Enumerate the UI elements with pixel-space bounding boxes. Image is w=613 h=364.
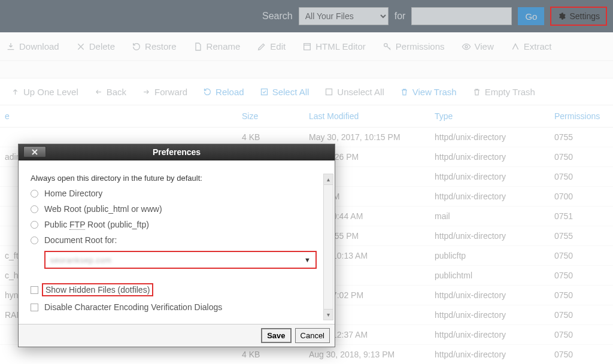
reload-button[interactable]: Reload bbox=[203, 87, 244, 97]
cell-type: httpd/unix-directory bbox=[430, 286, 550, 305]
cell-permissions: 0750 bbox=[550, 305, 613, 325]
search-scope-select[interactable]: All Your Files bbox=[299, 7, 389, 25]
cell-type: httpd/unix-directory bbox=[430, 305, 550, 325]
radio-webroot[interactable]: Web Root (public_html or www) bbox=[31, 204, 323, 214]
up-one-level-button[interactable]: Up One Level bbox=[11, 87, 78, 97]
edit-button[interactable]: Edit bbox=[257, 41, 286, 51]
check-disable-enc[interactable]: Disable Character Encoding Verification … bbox=[31, 302, 323, 312]
docroot-value: seoranksep.com bbox=[50, 256, 111, 265]
dialog-title: Preferences bbox=[153, 147, 201, 157]
forward-button[interactable]: Forward bbox=[142, 87, 187, 97]
search-label: Search bbox=[262, 11, 293, 22]
cell-permissions: 0700 bbox=[550, 187, 613, 207]
show-hidden-label: Show Hidden Files (dotfiles) bbox=[42, 283, 153, 296]
radio-icon bbox=[31, 205, 38, 213]
cell-permissions: 0755 bbox=[550, 128, 613, 147]
gear-icon bbox=[557, 12, 566, 20]
topbar: Search All Your Files for Go Settings bbox=[0, 0, 613, 32]
up-arrow-icon bbox=[11, 87, 20, 96]
back-arrow-icon bbox=[94, 87, 103, 96]
svg-rect-3 bbox=[326, 89, 332, 95]
unselect-all-button[interactable]: Unselect All bbox=[324, 87, 384, 97]
cell-type: publicftp bbox=[430, 246, 550, 266]
html-icon bbox=[302, 42, 312, 51]
dialog-close-button[interactable] bbox=[23, 146, 46, 157]
cell-permissions: 0750 bbox=[550, 286, 613, 305]
cell-permissions: 0750 bbox=[550, 147, 613, 167]
cell-type: httpd/unix-directory bbox=[430, 167, 550, 187]
key-icon bbox=[383, 42, 392, 51]
cell-modified: Aug 30, 2018, 9:13 PM bbox=[304, 345, 430, 365]
check-show-hidden[interactable]: Show Hidden Files (dotfiles) bbox=[31, 283, 323, 296]
cell-type: httpd/unix-directory bbox=[430, 187, 550, 207]
cell-permissions: 0751 bbox=[550, 207, 613, 226]
settings-label: Settings bbox=[569, 11, 600, 21]
col-type[interactable]: Type bbox=[430, 105, 550, 128]
search-input[interactable] bbox=[411, 7, 512, 25]
cell-permissions: 0750 bbox=[550, 167, 613, 187]
radio-icon bbox=[31, 236, 38, 244]
table-header-row: e Size Last Modified Type Permissions bbox=[0, 105, 613, 128]
empty-trash-button[interactable]: Empty Trash bbox=[472, 87, 535, 97]
preferences-dialog: Preferences ▴ ▾ Always open this directo… bbox=[18, 144, 335, 347]
save-button[interactable]: Save bbox=[261, 328, 291, 343]
close-icon bbox=[31, 148, 38, 156]
cell-permissions: 0750 bbox=[550, 246, 613, 266]
cell-type: httpd/unix-directory bbox=[430, 345, 550, 365]
table-row[interactable]: 4 KBAug 30, 2018, 9:13 PMhttpd/unix-dire… bbox=[0, 345, 613, 365]
download-button[interactable]: Download bbox=[6, 41, 59, 51]
radio-icon bbox=[31, 190, 38, 198]
square-icon bbox=[324, 87, 333, 96]
file-icon bbox=[193, 42, 203, 51]
cell-type: httpd/unix-directory bbox=[430, 147, 550, 167]
cell-name bbox=[0, 345, 237, 365]
radio-publicftp[interactable]: Public FTP Root (public_ftp) bbox=[31, 220, 323, 229]
col-modified[interactable]: Last Modified bbox=[304, 105, 430, 128]
svg-rect-2 bbox=[261, 89, 267, 95]
eye-icon bbox=[462, 42, 471, 51]
dialog-scrollbar[interactable]: ▴ ▾ bbox=[323, 174, 333, 320]
radio-docroot[interactable]: Document Root for: bbox=[31, 235, 323, 245]
cell-permissions: 0755 bbox=[550, 226, 613, 246]
docroot-select[interactable]: seoranksep.com ▼ bbox=[44, 251, 317, 269]
extract-icon bbox=[511, 42, 520, 51]
cancel-button[interactable]: Cancel bbox=[295, 328, 330, 343]
permissions-button[interactable]: Permissions bbox=[383, 41, 445, 51]
toolbar-actions: Download Delete Restore Rename Edit HTML… bbox=[0, 32, 613, 61]
restore-button[interactable]: Restore bbox=[132, 41, 177, 51]
restore-icon bbox=[132, 42, 141, 51]
back-button[interactable]: Back bbox=[94, 87, 126, 97]
col-name[interactable]: e bbox=[0, 105, 237, 128]
pref-intro: Always open this directory in the future… bbox=[31, 174, 323, 183]
cell-permissions: 0750 bbox=[550, 266, 613, 286]
delete-button[interactable]: Delete bbox=[76, 41, 115, 51]
scroll-up-icon[interactable]: ▴ bbox=[324, 174, 333, 185]
disable-enc-label: Disable Character Encoding Verification … bbox=[44, 302, 222, 312]
for-label: for bbox=[394, 11, 406, 22]
download-icon bbox=[6, 42, 16, 51]
dialog-buttons: Save Cancel bbox=[19, 324, 335, 347]
dialog-body: ▴ ▾ Always open this directory in the fu… bbox=[19, 160, 335, 324]
cell-type: httpd/unix-directory bbox=[430, 128, 550, 147]
cell-type: publichtml bbox=[430, 266, 550, 286]
view-button[interactable]: View bbox=[462, 41, 494, 51]
cell-permissions: 0750 bbox=[550, 345, 613, 365]
select-all-button[interactable]: Select All bbox=[260, 87, 309, 97]
col-permissions[interactable]: Permissions bbox=[550, 105, 613, 128]
scroll-down-icon[interactable]: ▾ bbox=[324, 309, 333, 320]
col-size[interactable]: Size bbox=[237, 105, 304, 128]
cell-size: 4 KB bbox=[237, 345, 304, 365]
extract-button[interactable]: Extract bbox=[511, 41, 552, 51]
check-square-icon bbox=[260, 87, 269, 96]
svg-point-0 bbox=[384, 43, 387, 46]
go-button[interactable]: Go bbox=[518, 7, 544, 25]
reload-icon bbox=[203, 87, 212, 96]
settings-button[interactable]: Settings bbox=[550, 7, 607, 26]
html-editor-button[interactable]: HTML Editor bbox=[302, 41, 366, 51]
dialog-titlebar[interactable]: Preferences bbox=[19, 144, 335, 160]
radio-home[interactable]: Home Directory bbox=[31, 189, 323, 198]
view-trash-button[interactable]: View Trash bbox=[400, 87, 457, 97]
cell-type: mail bbox=[430, 207, 550, 226]
rename-button[interactable]: Rename bbox=[193, 41, 241, 51]
cell-type: httpd/unix-directory bbox=[430, 226, 550, 246]
